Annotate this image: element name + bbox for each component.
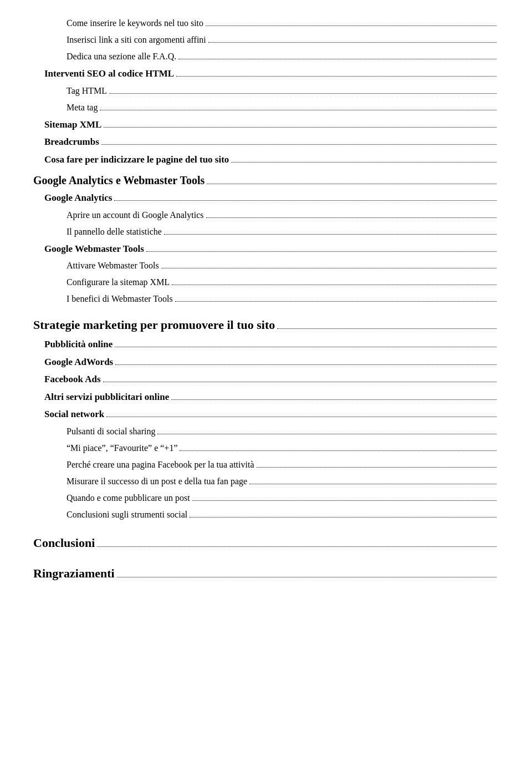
- toc-item: Google Analytics e Webmaster Tools: [33, 172, 499, 189]
- toc-dots: [257, 467, 497, 468]
- toc-dots: [190, 517, 497, 518]
- toc-dots: [100, 110, 497, 110]
- toc-dots: [172, 285, 497, 285]
- toc-dots: [249, 484, 497, 484]
- toc-label: Google Analytics: [44, 191, 112, 205]
- toc-label: Altri servizi pubblicitari online: [44, 390, 169, 404]
- toc-dots: [164, 234, 497, 235]
- toc-label: Cosa fare per indicizzare le pagine del …: [44, 153, 229, 167]
- toc-dots: [103, 382, 497, 382]
- toc-item: Ringraziamenti: [33, 564, 499, 582]
- table-of-contents: Come inserire le keywords nel tuo sitoIn…: [33, 17, 499, 582]
- toc-dots: [171, 399, 497, 400]
- toc-item: Quando e come pubblicare un post: [66, 491, 499, 505]
- toc-dots: [101, 144, 497, 145]
- toc-label: Pulsanti di social sharing: [66, 425, 155, 438]
- toc-item: Tag HTML: [66, 84, 499, 98]
- toc-dots: [207, 184, 497, 184]
- toc-label: Google Webmaster Tools: [44, 242, 144, 256]
- toc-label: Quando e come pubblicare un post: [66, 491, 190, 505]
- toc-item: Facebook Ads: [44, 372, 499, 387]
- toc-item: Pulsanti di social sharing: [66, 425, 499, 438]
- toc-label: Pubblicità online: [44, 337, 112, 352]
- toc-label: Ringraziamenti: [33, 564, 115, 582]
- toc-item: Il pannello delle statistiche: [66, 225, 499, 239]
- toc-label: I benefici di Webmaster Tools: [66, 292, 173, 306]
- toc-dots: [175, 301, 497, 302]
- toc-label: Meta tag: [66, 101, 98, 114]
- toc-label: Conclusioni: [33, 534, 95, 552]
- toc-label: Aprire un account di Google Analytics: [66, 209, 204, 222]
- toc-item: Configurare la sitemap XML: [66, 276, 499, 289]
- toc-label: Facebook Ads: [44, 372, 101, 387]
- toc-label: Social network: [44, 407, 104, 422]
- toc-dots: [146, 251, 497, 252]
- toc-item: Google Webmaster Tools: [44, 242, 499, 256]
- toc-label: Misurare il successo di un post e della …: [66, 475, 247, 488]
- toc-dots: [206, 217, 497, 218]
- toc-dots: [178, 59, 497, 59]
- toc-dots: [104, 127, 497, 128]
- toc-dots: [97, 546, 497, 547]
- toc-dots: [115, 364, 497, 365]
- toc-item: Sitemap XML: [44, 118, 499, 132]
- toc-dots: [157, 434, 497, 434]
- toc-label: Strategie marketing per promuovere il tu…: [33, 316, 275, 334]
- toc-item: Altri servizi pubblicitari online: [44, 390, 499, 404]
- toc-dots: [206, 26, 497, 26]
- toc-item: Perché creare una pagina Facebook per la…: [66, 458, 499, 471]
- toc-item: Cosa fare per indicizzare le pagine del …: [44, 153, 499, 167]
- toc-label: Interventi SEO al codice HTML: [44, 67, 174, 81]
- toc-label: Sitemap XML: [44, 118, 101, 132]
- toc-item: I benefici di Webmaster Tools: [66, 292, 499, 306]
- toc-item: Meta tag: [66, 101, 499, 114]
- toc-item: Social network: [44, 407, 499, 422]
- toc-label: Attivare Webmaster Tools: [66, 259, 159, 272]
- toc-dots: [106, 417, 497, 417]
- toc-item: Conclusioni: [33, 534, 499, 552]
- toc-dots: [231, 162, 497, 163]
- toc-item: Misurare il successo di un post e della …: [66, 475, 499, 488]
- toc-dots: [176, 76, 497, 77]
- toc-label: Tag HTML: [66, 84, 107, 98]
- toc-item: Interventi SEO al codice HTML: [44, 67, 499, 81]
- toc-item: Pubblicità online: [44, 337, 499, 352]
- toc-item: Breadcrumbs: [44, 135, 499, 149]
- toc-item: Google AdWords: [44, 355, 499, 369]
- toc-item: Aprire un account di Google Analytics: [66, 209, 499, 222]
- toc-item: Inserisci link a siti con argomenti affi…: [66, 33, 499, 47]
- toc-dots: [277, 328, 497, 329]
- toc-dots: [192, 500, 497, 501]
- toc-dots: [161, 268, 497, 268]
- toc-dots: [109, 93, 497, 94]
- toc-dots: [180, 450, 497, 451]
- toc-item: Dedica una sezione alle F.A.Q.: [66, 50, 499, 63]
- toc-label: Dedica una sezione alle F.A.Q.: [66, 50, 176, 63]
- toc-label: Il pannello delle statistiche: [66, 225, 162, 239]
- toc-label: Conclusioni sugli strumenti social: [66, 508, 187, 521]
- toc-label: Google AdWords: [44, 355, 113, 369]
- toc-label: Configurare la sitemap XML: [66, 276, 170, 289]
- toc-item: “Mi piace”, “Favourite” e “+1”: [66, 442, 499, 455]
- toc-dots: [114, 200, 497, 201]
- toc-label: Come inserire le keywords nel tuo sito: [66, 17, 203, 30]
- toc-item: Conclusioni sugli strumenti social: [66, 508, 499, 521]
- toc-dots: [117, 577, 497, 577]
- toc-item: Attivare Webmaster Tools: [66, 259, 499, 272]
- toc-dots: [208, 42, 497, 43]
- toc-label: Inserisci link a siti con argomenti affi…: [66, 33, 206, 47]
- toc-item: Google Analytics: [44, 191, 499, 205]
- toc-label: Perché creare una pagina Facebook per la…: [66, 458, 254, 471]
- toc-label: “Mi piace”, “Favourite” e “+1”: [66, 442, 177, 455]
- toc-item: Come inserire le keywords nel tuo sito: [66, 17, 499, 30]
- toc-dots: [115, 347, 497, 347]
- toc-label: Google Analytics e Webmaster Tools: [33, 172, 204, 189]
- toc-item: Strategie marketing per promuovere il tu…: [33, 316, 499, 334]
- toc-label: Breadcrumbs: [44, 135, 99, 149]
